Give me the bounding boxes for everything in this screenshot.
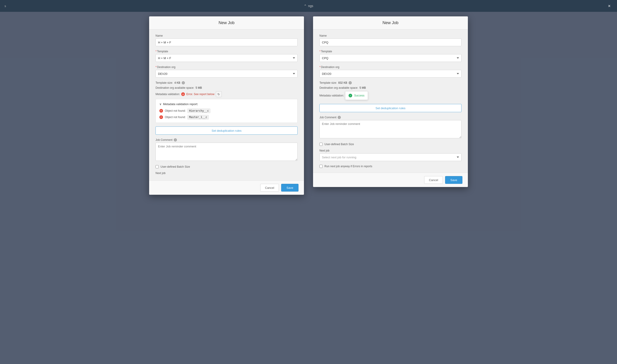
left-cancel-button[interactable]: Cancel <box>260 184 279 192</box>
right-job-comment-group: Job Comment i <box>320 116 461 139</box>
right-success-icon: ✓ <box>349 94 352 97</box>
right-cancel-button[interactable]: Cancel <box>424 176 443 184</box>
right-validation-success-bubble: ✓ Success <box>345 91 368 100</box>
top-bar-left-label: s <box>5 4 6 8</box>
left-job-comment-info-icon[interactable]: i <box>174 138 177 142</box>
right-dest-space-value: 5 MB <box>360 86 366 90</box>
left-dialog-body: Name *Template H + M + F *Destination or… <box>149 30 304 181</box>
left-template-field-group: *Template H + M + F <box>156 50 297 62</box>
report-item-message-2: Object not found: <box>165 116 186 119</box>
left-job-comment-textarea[interactable] <box>156 143 297 161</box>
right-template-select[interactable]: CPQ <box>320 54 461 62</box>
left-name-field-group: Name <box>156 34 297 46</box>
left-job-comment-group: Job Comment i <box>156 138 297 162</box>
report-item-error-icon-2: ✕ <box>159 115 163 119</box>
left-dest-org-label: *Destination org <box>156 65 297 69</box>
right-run-next-job-label: Run next job anyway if Errors in reports <box>324 165 372 168</box>
right-template-size-value: 832 KB <box>338 81 347 84</box>
report-item-code-2: Master_1__c <box>187 115 209 119</box>
right-dialog: New Job Name *Template CPQ *Destination <box>313 16 468 187</box>
left-dest-org-select[interactable]: DEV20 <box>156 70 297 78</box>
left-validation-report: ∨ Metadata validation report: ✕ Object n… <box>156 99 297 123</box>
right-save-button[interactable]: Save <box>445 176 462 184</box>
right-dialog-footer: Cancel Save <box>313 173 468 187</box>
right-job-comment-label: Job Comment <box>320 116 336 119</box>
right-dest-org-label: *Destination org <box>320 65 461 69</box>
left-template-label: *Template <box>156 50 297 53</box>
left-report-header[interactable]: ∨ Metadata validation report: <box>159 102 294 106</box>
left-template-size-label: Template size: <box>156 81 173 84</box>
left-job-comment-label-row: Job Comment i <box>156 138 297 142</box>
right-dialog-title: New Job <box>382 20 398 25</box>
right-metadata-validation-container: Metadata validation: ✓ Success <box>320 91 461 100</box>
right-name-input[interactable] <box>320 39 461 46</box>
left-save-button[interactable]: Save <box>281 184 298 192</box>
left-dialog-header: New Job <box>149 16 304 30</box>
right-template-required: * <box>320 50 321 53</box>
left-batch-size-label: User-defined Batch Size <box>161 165 190 168</box>
ngs-label: ⌃ ngs <box>304 4 313 8</box>
left-template-size-value: 4 KB <box>174 81 180 84</box>
left-name-label: Name <box>156 34 297 37</box>
left-validation-error: ⊘ Error. See report below <box>181 92 214 96</box>
left-template-size-row: Template size: 4 KB i <box>156 81 297 84</box>
right-metadata-validation-label: Metadata validation: <box>320 94 344 97</box>
right-dialog-header: New Job <box>313 16 468 30</box>
left-set-dedup-button[interactable]: Set deduplication rules <box>156 127 297 135</box>
right-job-comment-textarea[interactable] <box>320 120 461 138</box>
left-error-text: Error. See report below <box>186 92 214 96</box>
left-error-icon: ⊘ <box>181 92 185 96</box>
right-run-next-job-checkbox[interactable] <box>320 165 323 168</box>
ngs-icon: ⌃ <box>304 4 307 8</box>
right-dest-org-select[interactable]: DEV20 <box>320 70 461 78</box>
table-row: ✕ Object not found: Hierarchy__c <box>159 108 294 113</box>
right-next-job-label: Next job <box>320 149 461 152</box>
right-dest-org-field-group: *Destination org DEV20 <box>320 65 461 78</box>
left-metadata-validation-label: Metadata validation: <box>156 92 180 96</box>
top-bar-close-button[interactable]: × <box>606 3 612 9</box>
right-dest-org-required: * <box>320 65 321 69</box>
left-dest-space-label: Destination org available space: <box>156 86 194 90</box>
right-name-field-group: Name <box>320 34 461 46</box>
right-template-field-group: *Template CPQ <box>320 50 461 62</box>
top-bar: s ⌃ ngs × <box>0 0 617 12</box>
left-report-collapse-icon: ∨ <box>159 102 162 106</box>
report-item-message-1: Object not found: <box>165 109 186 112</box>
right-next-job-group: Next job Select next job for running <box>320 149 461 161</box>
right-job-comment-info-icon[interactable]: i <box>338 116 341 119</box>
right-run-next-job-row: Run next job anyway if Errors in reports <box>320 165 461 168</box>
right-name-label: Name <box>320 34 461 37</box>
right-batch-size-row: User-defined Batch Size <box>320 143 461 146</box>
left-template-select[interactable]: H + M + F <box>156 54 297 62</box>
right-template-size-info-icon[interactable]: i <box>349 81 352 84</box>
left-report-header-text: Metadata validation report: <box>163 102 198 106</box>
report-item-error-icon-1: ✕ <box>159 109 163 113</box>
left-batch-size-checkbox[interactable] <box>156 165 159 168</box>
right-template-label: *Template <box>320 50 461 53</box>
right-dialog-body: Name *Template CPQ *Destination org DEV2… <box>313 30 468 173</box>
left-batch-size-row: User-defined Batch Size <box>156 165 297 168</box>
left-template-size-info-icon[interactable]: i <box>182 81 185 84</box>
right-batch-size-checkbox[interactable] <box>320 143 323 146</box>
dialogs-container: New Job Name *Template H + M + F *Desti <box>0 12 617 364</box>
right-success-text: Success <box>354 94 364 97</box>
right-set-dedup-button[interactable]: Set deduplication rules <box>320 104 461 112</box>
right-batch-size-label: User-defined Batch Size <box>324 143 354 146</box>
left-template-required: * <box>156 50 157 53</box>
left-dest-space-value: 5 MB <box>196 86 202 90</box>
left-name-input[interactable] <box>156 39 297 46</box>
left-job-comment-label: Job Comment <box>156 138 173 142</box>
left-next-job-label: Next job <box>156 171 297 175</box>
left-dest-space-row: Destination org available space: 5 MB <box>156 86 297 90</box>
right-next-job-select[interactable]: Select next job for running <box>320 153 461 161</box>
right-dest-space-row: Destination org available space: 5 MB <box>320 86 461 90</box>
left-refresh-button[interactable]: ↻ <box>216 91 222 97</box>
right-job-comment-label-row: Job Comment i <box>320 116 461 119</box>
left-dest-org-required: * <box>156 65 157 69</box>
right-metadata-validation-row: Metadata validation: ✓ Success <box>320 91 461 100</box>
ngs-text: ngs <box>308 4 313 8</box>
left-dialog-title: New Job <box>219 20 235 25</box>
left-report-items: ✕ Object not found: Hierarchy__c ✕ Objec… <box>159 108 294 119</box>
left-metadata-validation-row: Metadata validation: ⊘ Error. See report… <box>156 91 297 97</box>
left-dialog: New Job Name *Template H + M + F *Desti <box>149 16 304 195</box>
